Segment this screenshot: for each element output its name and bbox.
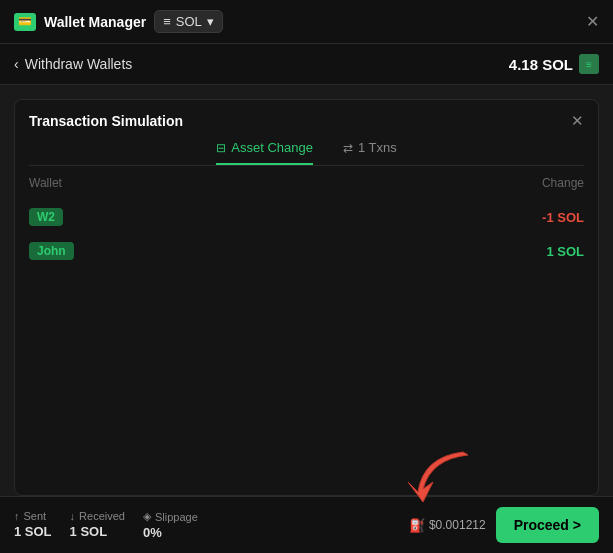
- footer: ↑ Sent 1 SOL ↓ Received 1 SOL ◈ Slippage…: [0, 496, 613, 553]
- asset-change-icon: ⊟: [216, 141, 226, 155]
- table-body: W2 -1 SOL John 1 SOL: [15, 196, 598, 272]
- simulation-panel: Transaction Simulation ✕ ⊟ Asset Change …: [14, 99, 599, 496]
- table-header: Wallet Change: [15, 166, 598, 196]
- sent-label-text: Sent: [24, 510, 47, 522]
- simulation-header: Transaction Simulation ✕: [15, 100, 598, 130]
- withdraw-label: Withdraw Wallets: [25, 56, 133, 72]
- col-wallet-header: Wallet: [29, 176, 62, 190]
- stat-received: ↓ Received 1 SOL: [70, 510, 125, 540]
- footer-stats: ↑ Sent 1 SOL ↓ Received 1 SOL ◈ Slippage…: [14, 510, 409, 540]
- wallet-icon: 💳: [14, 13, 36, 31]
- gas-icon: ⛽: [409, 518, 425, 533]
- tab-txns[interactable]: ⇄ 1 Txns: [343, 140, 397, 165]
- gas-price-value: $0.001212: [429, 518, 486, 532]
- sol-filter-icon[interactable]: ≡: [579, 54, 599, 74]
- change-value-john: 1 SOL: [546, 244, 584, 259]
- simulation-title: Transaction Simulation: [29, 113, 183, 129]
- chevron-down-icon: ▾: [207, 14, 214, 29]
- filter-icon-label: ≡: [586, 59, 592, 70]
- sol-dropdown[interactable]: ≡ SOL ▾: [154, 10, 223, 33]
- close-button-simulation[interactable]: ✕: [571, 112, 584, 130]
- stat-received-label: ↓ Received: [70, 510, 125, 522]
- withdraw-amount: 4.18 SOL ≡: [509, 54, 599, 74]
- table-row: W2 -1 SOL: [29, 200, 584, 234]
- received-label-text: Received: [79, 510, 125, 522]
- sent-value: 1 SOL: [14, 524, 52, 539]
- col-change-header: Change: [542, 176, 584, 190]
- tab-txns-label: 1 Txns: [358, 140, 397, 155]
- wallet-badge-w2: W2: [29, 208, 63, 226]
- txns-icon: ⇄: [343, 141, 353, 155]
- tab-asset-change[interactable]: ⊟ Asset Change: [216, 140, 313, 165]
- sent-icon: ↑: [14, 510, 20, 522]
- sol-dropdown-label: SOL: [176, 14, 202, 29]
- slippage-label-text: Slippage: [155, 511, 198, 523]
- stat-slippage: ◈ Slippage 0%: [143, 510, 198, 540]
- stat-sent: ↑ Sent 1 SOL: [14, 510, 52, 540]
- wallet-manager-title: Wallet Manager: [44, 14, 146, 30]
- withdraw-header: ‹ Withdraw Wallets 4.18 SOL ≡: [0, 44, 613, 85]
- back-button[interactable]: ‹ Withdraw Wallets: [14, 56, 132, 72]
- table-row: John 1 SOL: [29, 234, 584, 268]
- slippage-icon: ◈: [143, 510, 151, 523]
- slippage-value: 0%: [143, 525, 198, 540]
- close-button-top[interactable]: ✕: [586, 14, 599, 30]
- received-icon: ↓: [70, 510, 76, 522]
- tabs-container: ⊟ Asset Change ⇄ 1 Txns: [29, 130, 584, 166]
- sol-dropdown-icon: ≡: [163, 14, 171, 29]
- stat-sent-label: ↑ Sent: [14, 510, 52, 522]
- wallet-badge-john: John: [29, 242, 74, 260]
- amount-value: 4.18 SOL: [509, 56, 573, 73]
- gas-price: ⛽ $0.001212: [409, 518, 486, 533]
- proceed-button[interactable]: Proceed >: [496, 507, 599, 543]
- received-value: 1 SOL: [70, 524, 125, 539]
- wallet-manager-left: 💳 Wallet Manager ≡ SOL ▾: [14, 10, 223, 33]
- stat-slippage-label: ◈ Slippage: [143, 510, 198, 523]
- tab-asset-change-label: Asset Change: [231, 140, 313, 155]
- top-bar: 💳 Wallet Manager ≡ SOL ▾ ✕: [0, 0, 613, 44]
- change-value-w2: -1 SOL: [542, 210, 584, 225]
- back-arrow-icon: ‹: [14, 56, 19, 72]
